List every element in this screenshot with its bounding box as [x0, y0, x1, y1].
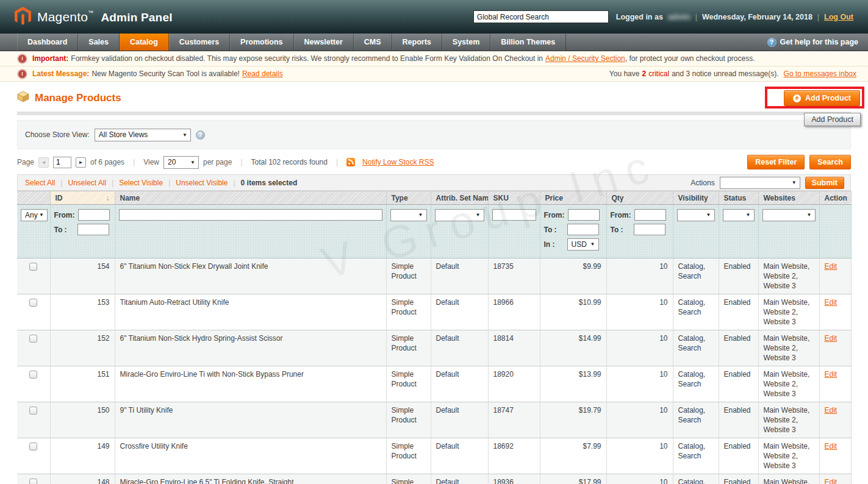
edit-link[interactable]: Edit: [825, 262, 838, 271]
edit-link[interactable]: Edit: [825, 334, 838, 343]
attrib-set-filter-select[interactable]: ▼: [435, 209, 484, 221]
nav-item-dashboard[interactable]: Dashboard: [17, 34, 78, 51]
nav-item-cms[interactable]: CMS: [354, 34, 392, 51]
cell-qty: 10: [606, 294, 673, 330]
websites-filter-select[interactable]: ▼: [762, 209, 816, 221]
price-to-input[interactable]: [567, 224, 599, 235]
name-filter-input[interactable]: [119, 209, 382, 221]
submit-button[interactable]: Submit: [805, 177, 844, 189]
edit-link[interactable]: Edit: [825, 478, 838, 484]
edit-link[interactable]: Edit: [825, 406, 838, 415]
items-selected-text: 0 items selected: [241, 179, 298, 187]
cell-websites: Main Website, Website 2, Website 3: [758, 366, 819, 402]
sort-desc-arrow-icon: ↓: [106, 194, 110, 202]
filter-cell-id: From: To :: [50, 205, 115, 258]
currency-select[interactable]: USD ▼: [567, 238, 599, 251]
row-checkbox[interactable]: [29, 479, 37, 484]
row-checkbox[interactable]: [29, 335, 37, 343]
read-details-link[interactable]: Read details: [242, 69, 283, 78]
row-checkbox[interactable]: [29, 263, 37, 271]
column-header-price[interactable]: Price: [540, 191, 606, 205]
qty-to-input[interactable]: [634, 224, 665, 235]
cell-name: Miracle-Gro Enviro-Line Ti with Non-Stic…: [115, 366, 386, 402]
cell-action: Edit: [819, 258, 851, 294]
page-number-input[interactable]: [53, 157, 71, 168]
column-header-status[interactable]: Status: [719, 191, 758, 205]
edit-link[interactable]: Edit: [825, 442, 838, 450]
cell-attrib: Default: [431, 474, 488, 484]
column-header-id[interactable]: ID↓: [50, 191, 115, 205]
store-view-help-icon[interactable]: ?: [196, 130, 205, 140]
cell-attrib: Default: [431, 438, 488, 474]
visibility-filter-select[interactable]: ▼: [677, 209, 715, 221]
edit-link[interactable]: Edit: [825, 370, 838, 379]
row-checkbox[interactable]: [29, 299, 37, 307]
filter-cell-websites: ▼: [758, 205, 819, 258]
id-from-input[interactable]: [78, 209, 110, 221]
admin-security-section-link[interactable]: Admin / Security Section: [545, 54, 625, 63]
store-view-select[interactable]: All Store Views ▼: [95, 129, 191, 141]
nav-item-customers[interactable]: Customers: [169, 34, 230, 51]
id-to-input[interactable]: [77, 224, 109, 235]
select-all-link[interactable]: Select All: [25, 179, 55, 187]
cell-name: Miracle-Gro Enviro-Line 6.5" Ti Folding …: [115, 474, 386, 484]
qty-from-input[interactable]: [634, 209, 666, 221]
row-checkbox[interactable]: [29, 443, 37, 450]
cell-visibility: Catalog, Search: [673, 366, 719, 402]
products-grid: ID↓NameTypeAttrib. Set NameSKUPriceQtyVi…: [17, 191, 852, 484]
column-header-sku[interactable]: SKU: [488, 191, 540, 205]
column-header-name[interactable]: Name: [115, 191, 386, 205]
nav-item-billion-themes[interactable]: Billion Themes: [490, 34, 566, 51]
get-help-link[interactable]: ? Get help for this page: [767, 34, 859, 51]
cell-action: Edit: [819, 330, 851, 366]
column-header-visibility[interactable]: Visibility: [673, 191, 719, 205]
per-page-select[interactable]: 20 ▼: [163, 156, 199, 169]
chevron-down-icon: ▼: [706, 210, 711, 221]
search-button[interactable]: Search: [809, 155, 851, 169]
table-row: 1526" Titanium Non-Stick Hydro Spring-As…: [17, 330, 851, 366]
next-page-button[interactable]: ►: [76, 157, 86, 168]
nav-item-promotions[interactable]: Promotions: [230, 34, 293, 51]
messages-inbox-link[interactable]: Go to messages inbox: [784, 69, 856, 78]
magento-logo-icon: [15, 7, 31, 27]
column-header-websites[interactable]: Websites: [758, 191, 819, 205]
sku-filter-input[interactable]: [492, 209, 536, 221]
row-checkbox[interactable]: [29, 371, 37, 379]
reset-filter-button[interactable]: Reset Filter: [747, 155, 805, 169]
row-checkbox[interactable]: [29, 407, 37, 415]
global-search-input[interactable]: [473, 10, 609, 23]
logout-link[interactable]: Log Out: [824, 13, 853, 21]
nav-item-system[interactable]: System: [442, 34, 490, 51]
edit-link[interactable]: Edit: [825, 298, 838, 307]
column-header-type[interactable]: Type: [386, 191, 431, 205]
column-header-qty[interactable]: Qty: [606, 191, 673, 205]
unselect-all-link[interactable]: Unselect All: [68, 179, 106, 187]
status-filter-select[interactable]: ▼: [723, 209, 755, 221]
nav-item-newsletter[interactable]: Newsletter: [294, 34, 354, 51]
select-visible-link[interactable]: Select Visible: [119, 179, 163, 187]
nav-item-sales[interactable]: Sales: [78, 34, 120, 51]
actions-select[interactable]: ▼: [720, 177, 800, 189]
table-row: 153Titanium Auto-Retract Utility KnifeSi…: [17, 294, 851, 330]
any-filter-select[interactable]: Any ▼: [21, 209, 48, 221]
unselect-visible-link[interactable]: Unselect Visible: [176, 179, 228, 187]
notify-low-stock-rss-link[interactable]: Notify Low Stock RSS: [362, 158, 434, 166]
add-product-button[interactable]: + Add Product: [784, 90, 860, 106]
type-filter-select[interactable]: ▼: [390, 209, 427, 221]
cell-attrib: Default: [431, 402, 488, 438]
cell-visibility: Catalog, Search: [673, 294, 719, 330]
cell-action: Edit: [819, 294, 851, 330]
cell-action: Edit: [819, 474, 851, 484]
previous-page-button[interactable]: ◄: [38, 157, 49, 168]
column-header-attrib[interactable]: Attrib. Set Name: [431, 191, 488, 205]
page-title: Manage Products: [17, 91, 121, 105]
add-product-tooltip: Add Product: [804, 113, 861, 126]
nav-item-reports[interactable]: Reports: [392, 34, 442, 51]
admin-messages: ! Important: Formkey validation on check…: [0, 51, 868, 82]
cell-visibility: Catalog, Search: [673, 258, 719, 294]
column-header-action[interactable]: Action: [819, 191, 851, 205]
cell-visibility: Catalog, Search: [673, 438, 719, 474]
nav-item-catalog[interactable]: Catalog: [120, 34, 169, 51]
price-from-input[interactable]: [568, 209, 600, 221]
login-info: Logged in as admin | Wednesday, February…: [616, 13, 853, 21]
